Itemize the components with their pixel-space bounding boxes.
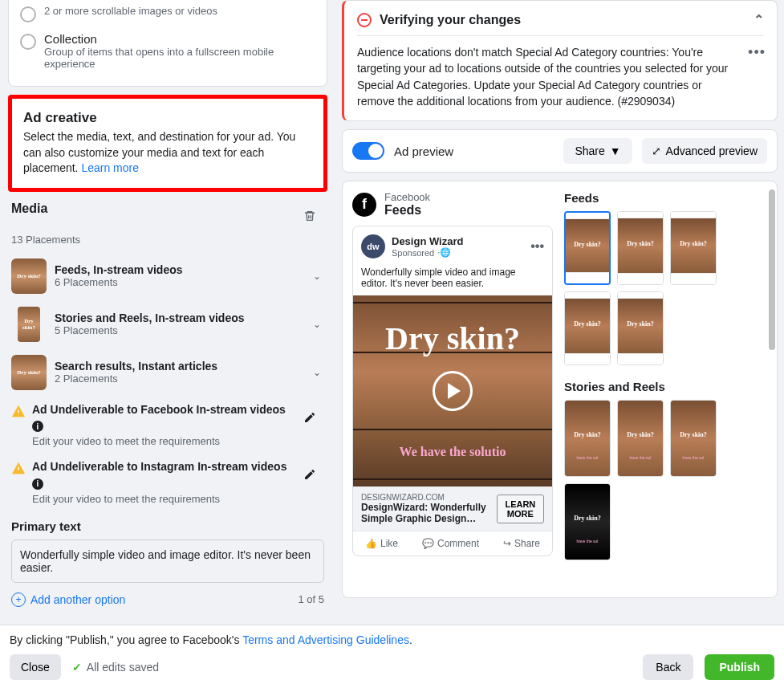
media-group-title: Stories and Reels, In-stream videos <box>55 311 302 324</box>
placement-thumb-story-1[interactable] <box>564 400 611 477</box>
placement-thumb-story-4[interactable] <box>564 483 611 560</box>
radio-icon <box>20 34 36 50</box>
publish-button[interactable]: Publish <box>705 654 774 680</box>
like-button[interactable]: 👍Like <box>365 538 398 549</box>
facebook-icon: f <box>352 193 376 217</box>
media-group-stories[interactable]: Stories and Reels, In-stream videos 5 Pl… <box>11 300 324 348</box>
media-thumbnail <box>11 259 47 294</box>
placement-thumb-story-2[interactable] <box>617 400 664 477</box>
ad-creative-desc-text: Select the media, text, and destination … <box>23 130 295 174</box>
close-button[interactable]: Close <box>10 654 61 680</box>
info-icon[interactable]: i <box>32 421 43 432</box>
edit-warning-button[interactable] <box>295 460 324 489</box>
primary-text-input[interactable]: Wonderfully simple video and image edito… <box>11 539 324 583</box>
add-option-label: Add another option <box>30 593 125 606</box>
ad-preview-toggle[interactable] <box>352 142 384 160</box>
placement-thumb-feed-1[interactable] <box>564 211 611 285</box>
option-sub: Group of items that opens into a fullscr… <box>44 46 315 70</box>
pencil-icon <box>303 411 316 424</box>
placement-thumb-feed-4[interactable] <box>564 291 611 365</box>
share-button[interactable]: Share ▼ <box>563 138 632 164</box>
error-icon <box>357 13 372 27</box>
delete-media-button[interactable] <box>295 202 324 230</box>
ad-creative-section: Ad creative Select the media, text, and … <box>8 95 327 192</box>
sponsored-label: Sponsored <box>392 248 434 258</box>
chevron-down-icon: ⌄ <box>310 319 324 330</box>
advanced-preview-label: Advanced preview <box>666 145 758 157</box>
warning-sub: Edit your video to meet the requirements <box>32 435 289 447</box>
post-preview: dw Design Wizard Sponsored·🌐 ••• Wonderf… <box>352 226 553 556</box>
scrollbar-thumb[interactable] <box>769 189 775 350</box>
warning-icon <box>11 405 26 419</box>
alert-title: Verifying your changes <box>380 13 521 27</box>
cta-button[interactable]: LEARN MORE <box>497 495 544 523</box>
media-group-title: Feeds, In-stream videos <box>55 263 302 276</box>
post-body-text: Wonderfully simple video and image edito… <box>353 267 552 295</box>
media-group-feeds[interactable]: Feeds, In-stream videos 6 Placements ⌄ <box>11 252 324 300</box>
warning-icon <box>11 462 26 476</box>
ad-preview-label: Ad preview <box>394 145 453 158</box>
share-label: Share <box>575 145 604 157</box>
verification-alert: Verifying your changes ⌃ Audience locati… <box>342 0 778 121</box>
back-button[interactable]: Back <box>643 654 693 680</box>
ad-creative-desc: Select the media, text, and destination … <box>23 129 312 177</box>
play-icon <box>433 371 473 411</box>
add-another-option[interactable]: + Add another option <box>11 592 125 607</box>
media-thumbnail <box>18 307 40 342</box>
ad-creative-title: Ad creative <box>23 110 312 126</box>
preview-toolbar: Ad preview Share ▼ ⤢ Advanced preview <box>342 129 778 173</box>
chevron-up-icon[interactable]: ⌃ <box>754 12 764 27</box>
caret-down-icon: ▼ <box>610 145 621 157</box>
placement-thumb-feed-2[interactable] <box>617 211 664 285</box>
alert-more-button[interactable]: ••• <box>748 44 766 61</box>
pencil-icon <box>303 468 316 481</box>
preview-feed: Feeds <box>384 203 430 218</box>
format-option-collection[interactable]: Collection Group of items that opens int… <box>20 27 315 75</box>
option-title: Collection <box>44 32 315 46</box>
save-status: ✓ All edits saved <box>72 661 159 674</box>
primary-text-label: Primary text <box>11 519 324 533</box>
placements-count: 13 Placements <box>11 234 324 246</box>
alert-body: Audience locations don't match Special A… <box>357 44 764 109</box>
preview-area: f Facebook Feeds dw Design Wizard Sponso… <box>342 181 778 598</box>
comment-button[interactable]: 💬Comment <box>422 538 479 549</box>
info-icon[interactable]: i <box>32 478 43 490</box>
media-title: Media <box>11 202 47 216</box>
option-sub: 2 or more scrollable images or videos <box>44 5 217 17</box>
like-icon: 👍 <box>365 538 377 549</box>
placement-thumb-feed-3[interactable] <box>670 211 717 285</box>
media-group-sub: 2 Placements <box>55 372 302 385</box>
cta-title: DesignWizard: Wonderfully Simple Graphic… <box>361 502 497 524</box>
share-action-button[interactable]: ↪Share <box>503 538 540 549</box>
comment-icon: 💬 <box>422 538 434 549</box>
feeds-section-title: Feeds <box>564 191 767 205</box>
placement-thumb-feed-5[interactable] <box>617 291 664 365</box>
plus-icon: + <box>11 592 26 607</box>
post-media[interactable]: Dry skin? We have the solutio <box>353 295 552 486</box>
cta-domain: DESIGNWIZARD.COM <box>361 493 497 502</box>
advanced-preview-button[interactable]: ⤢ Advanced preview <box>642 138 767 164</box>
post-menu-button[interactable]: ••• <box>530 239 544 254</box>
media-group-title: Search results, Instant articles <box>55 360 302 372</box>
edit-warning-button[interactable] <box>295 403 324 432</box>
media-group-search[interactable]: Search results, Instant articles 2 Place… <box>11 348 324 397</box>
option-counter: 1 of 5 <box>298 593 324 605</box>
format-option-carousel[interactable]: 2 or more scrollable images or videos <box>20 0 315 27</box>
page-avatar: dw <box>361 234 385 259</box>
trash-icon <box>303 210 316 222</box>
media-overlay-headline: Dry skin? <box>353 320 552 357</box>
disclaimer-text: By clicking "Publish," you agree to Face… <box>10 633 242 646</box>
expand-icon: ⤢ <box>652 145 661 157</box>
placement-thumb-story-3[interactable] <box>670 400 717 477</box>
learn-more-link[interactable]: Learn more <box>81 161 139 174</box>
page-footer: By clicking "Publish," you agree to Face… <box>0 625 784 688</box>
media-group-sub: 5 Placements <box>55 324 302 336</box>
terms-link[interactable]: Terms and Advertising Guidelines <box>242 633 409 646</box>
share-icon: ↪ <box>503 538 511 549</box>
chevron-down-icon: ⌄ <box>310 367 324 378</box>
chevron-down-icon: ⌄ <box>310 271 324 282</box>
stories-section-title: Stories and Reels <box>564 380 767 393</box>
warning-facebook-instream: Ad Undeliverable to Facebook In-stream v… <box>11 397 324 454</box>
warning-sub: Edit your video to meet the requirements <box>32 493 289 505</box>
media-thumbnail <box>11 355 47 390</box>
